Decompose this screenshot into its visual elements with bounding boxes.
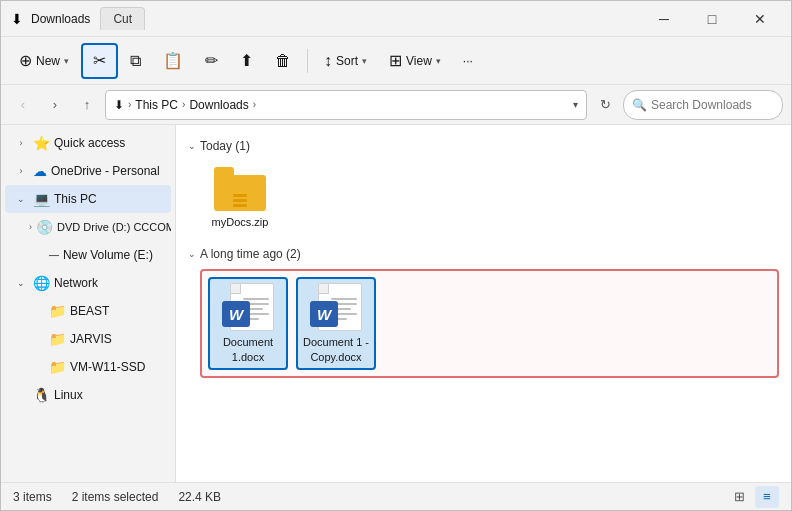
today-files: myDocs.zip <box>200 161 779 235</box>
maximize-button[interactable]: □ <box>689 3 735 35</box>
search-box[interactable]: 🔍 Search Downloads <box>623 90 783 120</box>
zip-stripe <box>233 194 247 197</box>
grid-view-button[interactable]: ⊞ <box>727 486 751 508</box>
view-chevron: ▾ <box>436 56 441 66</box>
section-chevron-long-ago: ⌄ <box>188 249 196 259</box>
sort-icon: ↕ <box>324 53 332 69</box>
view-button[interactable]: ⊞ View ▾ <box>379 43 451 79</box>
new-label: New <box>36 54 60 68</box>
sidebar-item-dvd[interactable]: › 💿 DVD Drive (D:) CCCOMA_Xf <box>5 213 171 241</box>
new-button[interactable]: ⊕ New ▾ <box>9 43 79 79</box>
sidebar-label-this-pc: This PC <box>54 192 97 206</box>
word-icon-doc1: W <box>222 283 274 331</box>
share-icon: ⬆ <box>240 53 253 69</box>
folder-icon: 📁 <box>49 303 66 319</box>
copy-icon: ⧉ <box>130 53 141 69</box>
minimize-button[interactable]: ─ <box>641 3 687 35</box>
sidebar-label-onedrive: OneDrive - Personal <box>51 164 160 178</box>
cut-tab[interactable]: Cut <box>100 7 145 30</box>
sort-label: Sort <box>336 54 358 68</box>
zip-stripe <box>233 204 247 207</box>
expander-icon <box>29 359 45 375</box>
word-badge: W <box>222 301 250 327</box>
toolbar-separator <box>307 49 308 73</box>
folder-body <box>214 175 266 211</box>
sidebar-label-new-volume: New Volume (E:) <box>63 248 153 262</box>
view-icon: ⊞ <box>389 53 402 69</box>
refresh-button[interactable]: ↻ <box>591 91 619 119</box>
sidebar-item-jarvis[interactable]: 📁 JARVIS <box>5 325 171 353</box>
star-icon: ⭐ <box>33 135 50 151</box>
close-button[interactable]: ✕ <box>737 3 783 35</box>
status-bar: 3 items 2 items selected 22.4 KB ⊞ ≡ <box>1 482 791 510</box>
share-button[interactable]: ⬆ <box>230 43 263 79</box>
word-line <box>331 298 357 300</box>
sort-chevron: ▾ <box>362 56 367 66</box>
forward-button[interactable]: › <box>41 91 69 119</box>
back-button[interactable]: ‹ <box>9 91 37 119</box>
delete-button[interactable]: 🗑 <box>265 43 301 79</box>
file-doc1-copy[interactable]: W Document 1 - Copy.docx <box>296 277 376 370</box>
toolbar: ⊕ New ▾ ✂ ⧉ 📋 ✏ ⬆ 🗑 ↕ Sort ▾ ⊞ View <box>1 37 791 85</box>
new-icon: ⊕ <box>19 53 32 69</box>
linux-icon: 🐧 <box>33 387 50 403</box>
word-paper-fold <box>319 284 329 294</box>
status-info: 3 items 2 items selected 22.4 KB <box>13 490 221 504</box>
word-line <box>243 298 269 300</box>
title-bar-left: ⬇ Downloads Cut <box>9 7 145 30</box>
pc-icon: 💻 <box>33 191 50 207</box>
expander-icon <box>29 331 45 347</box>
path-dropdown-chevron: ▾ <box>573 99 578 110</box>
sidebar-item-beast[interactable]: 📁 BEAST <box>5 297 171 325</box>
file-mydocs[interactable]: myDocs.zip <box>200 161 280 235</box>
up-button[interactable]: ↑ <box>73 91 101 119</box>
copy-button[interactable]: ⧉ <box>120 43 151 79</box>
more-button[interactable]: ··· <box>453 43 483 79</box>
paste-button[interactable]: 📋 <box>153 43 193 79</box>
sidebar-label-linux: Linux <box>54 388 83 402</box>
expander-icon <box>29 247 45 263</box>
path-download-icon: ⬇ <box>114 98 124 112</box>
expander-icon: › <box>13 135 29 151</box>
sidebar-item-network[interactable]: ⌄ 🌐 Network <box>5 269 171 297</box>
sort-button[interactable]: ↕ Sort ▾ <box>314 43 377 79</box>
zip-lines <box>233 194 247 207</box>
title-bar: ⬇ Downloads Cut ─ □ ✕ <box>1 1 791 37</box>
section-long-ago: ⌄ A long time ago (2) <box>188 247 779 261</box>
items-count: 3 items <box>13 490 52 504</box>
drive-icon: ─ <box>49 247 59 263</box>
more-label: ··· <box>463 54 473 68</box>
sidebar-label-jarvis: JARVIS <box>70 332 112 346</box>
window-title: Downloads <box>31 12 90 26</box>
view-toggles: ⊞ ≡ <box>727 486 779 508</box>
sidebar-item-onedrive[interactable]: › ☁ OneDrive - Personal <box>5 157 171 185</box>
sidebar-item-linux[interactable]: 🐧 Linux <box>5 381 171 409</box>
cloud-icon: ☁ <box>33 163 47 179</box>
sidebar-item-new-volume[interactable]: ─ New Volume (E:) <box>5 241 171 269</box>
file-doc1[interactable]: W Document 1.docx <box>208 277 288 370</box>
sidebar-label-network: Network <box>54 276 98 290</box>
sidebar-item-vm-w11[interactable]: 📁 VM-W11-SSD <box>5 353 171 381</box>
file-label-doc1-copy: Document 1 - Copy.docx <box>300 335 372 364</box>
cut-button[interactable]: ✂ <box>81 43 118 79</box>
section-label-today: Today (1) <box>200 139 250 153</box>
sidebar-label-vm-w11: VM-W11-SSD <box>70 360 145 374</box>
list-view-button[interactable]: ≡ <box>755 486 779 508</box>
sidebar-item-this-pc[interactable]: ⌄ 💻 This PC <box>5 185 171 213</box>
folder-icon: 📁 <box>49 359 66 375</box>
path-this-pc: This PC <box>135 98 178 112</box>
address-path[interactable]: ⬇ › This PC › Downloads › ▾ <box>105 90 587 120</box>
search-icon: 🔍 <box>632 98 647 112</box>
window-controls: ─ □ ✕ <box>641 3 783 35</box>
sidebar-item-quick-access[interactable]: › ⭐ Quick access <box>5 129 171 157</box>
network-icon: 🌐 <box>33 275 50 291</box>
sidebar-label-quick-access: Quick access <box>54 136 125 150</box>
expander-icon <box>29 303 45 319</box>
rename-icon: ✏ <box>205 53 218 69</box>
view-label: View <box>406 54 432 68</box>
explorer-window: ⬇ Downloads Cut ─ □ ✕ ⊕ New ▾ ✂ ⧉ 📋 ✏ ⬆ <box>0 0 792 511</box>
rename-button[interactable]: ✏ <box>195 43 228 79</box>
file-area: ⌄ Today (1) myDoc <box>176 125 791 482</box>
zip-folder-icon <box>214 167 266 211</box>
folder-icon: 📁 <box>49 331 66 347</box>
